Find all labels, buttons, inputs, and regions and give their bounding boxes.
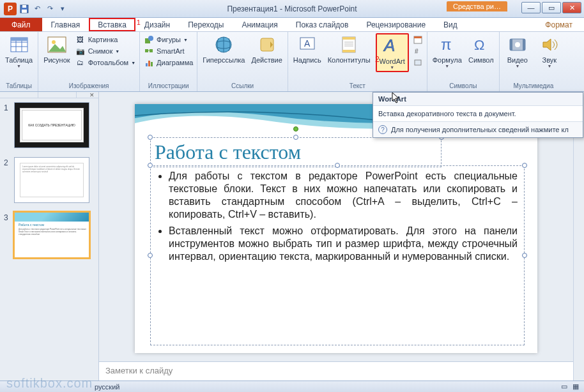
svg-rect-18 (148, 61, 150, 66)
hyperlink-button[interactable]: Гиперссылка (201, 33, 246, 65)
omega-icon: Ω (471, 34, 491, 55)
object-button[interactable] (413, 57, 423, 68)
slide-thumbnail-1[interactable]: КАК СОЗДАТЬ ПРЕЗЕНТАЦИЮ (14, 102, 89, 148)
album-button[interactable]: 🗂Фотоальбом ▼ (75, 57, 135, 68)
tooltip-help-text: Для получения дополнительных сведений на… (391, 126, 569, 133)
thumbnails-tab-outline[interactable] (38, 92, 77, 98)
textbox-label: Надпись (293, 56, 321, 64)
picture-button[interactable]: Рисунок (42, 33, 72, 65)
svg-rect-8 (11, 38, 27, 41)
group-links-label: Ссылки (201, 81, 284, 91)
titlebar: P ↶ ↷ ▾ Презентация1 - Microsoft PowerPo… (0, 0, 584, 18)
tab-review[interactable]: Рецензирование (357, 18, 434, 31)
svg-point-10 (52, 40, 56, 44)
textbox-icon: A (297, 34, 318, 55)
chevron-down-icon: ▼ (183, 38, 188, 42)
equation-button[interactable]: π Формула ▼ (431, 33, 463, 70)
bullet-item[interactable]: Вставленный текст можно отформатировать.… (169, 225, 518, 263)
redo-icon[interactable]: ↷ (45, 4, 55, 14)
resize-handle[interactable] (522, 253, 527, 258)
close-button[interactable]: ✕ (562, 2, 581, 13)
screenshot-icon: 📷 (75, 46, 86, 56)
thumbnails-tab-slides[interactable] (0, 92, 38, 98)
chart-button[interactable]: Диаграмма (144, 57, 193, 68)
svg-rect-14 (145, 49, 148, 52)
tooltip-title: WordArt (373, 93, 583, 106)
clipart-button[interactable]: 🖼Картинка (75, 34, 135, 45)
date-time-button[interactable] (413, 34, 423, 45)
slide-thumbnail-2[interactable]: Lorem ipsum dolor sit amet consectetur a… (14, 157, 89, 203)
object-icon (413, 57, 423, 68)
rotation-handle[interactable] (293, 126, 298, 132)
content-placeholder[interactable]: Для работы с текстом в редакторе PowerPo… (150, 165, 525, 345)
svg-rect-26 (342, 37, 355, 40)
tab-transitions[interactable]: Переходы (179, 18, 233, 31)
wordart-tooltip: WordArt Вставка декоративного текста в д… (373, 92, 583, 138)
equation-label: Формула (433, 56, 462, 64)
view-normal-icon[interactable]: ▭ (561, 382, 567, 391)
smartart-button[interactable]: SmartArt (144, 46, 193, 56)
tab-home[interactable]: Главная (42, 18, 89, 31)
tab-animations[interactable]: Анимация (233, 18, 286, 31)
tab-slideshow[interactable]: Показ слайдов (287, 18, 358, 31)
textbox-button[interactable]: A Надпись (292, 33, 323, 65)
tab-design[interactable]: Дизайн (135, 18, 179, 31)
resize-handle[interactable] (522, 163, 527, 168)
view-sorter-icon[interactable]: ▦ (572, 382, 579, 391)
wordart-button[interactable]: A WordArt ▼ (376, 33, 409, 72)
svg-text:A: A (383, 37, 395, 55)
table-button[interactable]: Таблица ▼ (4, 33, 34, 70)
slide-title-text[interactable]: Работа с текстом (155, 140, 437, 164)
slide-thumbnail-3[interactable]: Работа с текстом Для работы с текстом в … (14, 212, 89, 258)
resize-handle[interactable] (148, 163, 153, 168)
qat-dropdown-icon[interactable]: ▾ (58, 4, 68, 14)
tab-format[interactable]: Формат (534, 18, 584, 31)
chart-icon (144, 57, 154, 68)
video-icon (507, 34, 528, 55)
symbol-button[interactable]: Ω Символ (467, 33, 495, 65)
tab-view[interactable]: Вид (434, 18, 466, 31)
undo-icon[interactable]: ↶ (32, 4, 42, 14)
notes-pane[interactable]: Заметки к слайду (99, 361, 573, 381)
shapes-icon (144, 34, 154, 45)
quick-access-toolbar: P ↶ ↷ ▾ (0, 3, 68, 15)
svg-rect-35 (415, 60, 421, 65)
svg-rect-15 (150, 49, 153, 52)
header-footer-label: Колонтитулы (328, 56, 371, 64)
file-tab[interactable]: Файл (0, 18, 42, 31)
wordart-icon: A (382, 36, 403, 56)
audio-button[interactable]: Звук ▼ (535, 33, 564, 70)
app-logo[interactable]: P (4, 3, 17, 15)
title-placeholder[interactable]: Работа с текстом (150, 137, 442, 167)
save-icon[interactable] (19, 4, 29, 14)
svg-text:A: A (304, 38, 311, 49)
video-label: Видео (507, 56, 528, 64)
resize-handle[interactable] (148, 253, 153, 258)
resize-handle[interactable] (293, 135, 298, 140)
header-footer-icon (339, 34, 359, 55)
group-images-label: Изображения (42, 81, 135, 91)
group-links: Гиперссылка Действие Ссылки (197, 32, 288, 91)
action-button[interactable]: Действие (250, 33, 283, 65)
thumbnail-row[interactable]: 1 КАК СОЗДАТЬ ПРЕЗЕНТАЦИЮ (4, 102, 95, 148)
bullet-item[interactable]: Для работы с текстом в редакторе PowerPo… (169, 170, 518, 221)
shapes-label: Фигуры (157, 36, 181, 43)
status-bar: русский ▭ ▦ (0, 381, 584, 392)
resize-handle[interactable] (335, 163, 340, 168)
group-media: Видео ▼ Звук ▼ Мультимедиа (500, 32, 567, 91)
slide-number-button[interactable]: # (413, 46, 423, 56)
resize-handle[interactable] (148, 135, 153, 140)
close-pane-icon[interactable]: ✕ (89, 92, 98, 98)
chevron-down-icon: ▼ (17, 64, 21, 68)
screenshot-button[interactable]: 📷Снимок ▼ (75, 46, 135, 56)
maximize-button[interactable]: ▭ (542, 2, 561, 13)
video-button[interactable]: Видео ▼ (503, 33, 532, 70)
thumbnail-row[interactable]: 2 Lorem ipsum dolor sit amet consectetur… (4, 157, 95, 203)
slide-thumbnails-pane: ✕ 1 КАК СОЗДАТЬ ПРЕЗЕНТАЦИЮ 2 Lorem ipsu… (0, 92, 99, 381)
header-footer-button[interactable]: Колонтитулы (327, 33, 372, 65)
tab-insert[interactable]: Вставка1 (89, 18, 135, 31)
album-label: Фотоальбом (88, 59, 129, 66)
shapes-button[interactable]: Фигуры ▼ (144, 34, 193, 45)
minimize-button[interactable]: — (521, 2, 541, 13)
thumbnail-row[interactable]: 3 Работа с текстом Для работы с текстом … (4, 212, 95, 258)
